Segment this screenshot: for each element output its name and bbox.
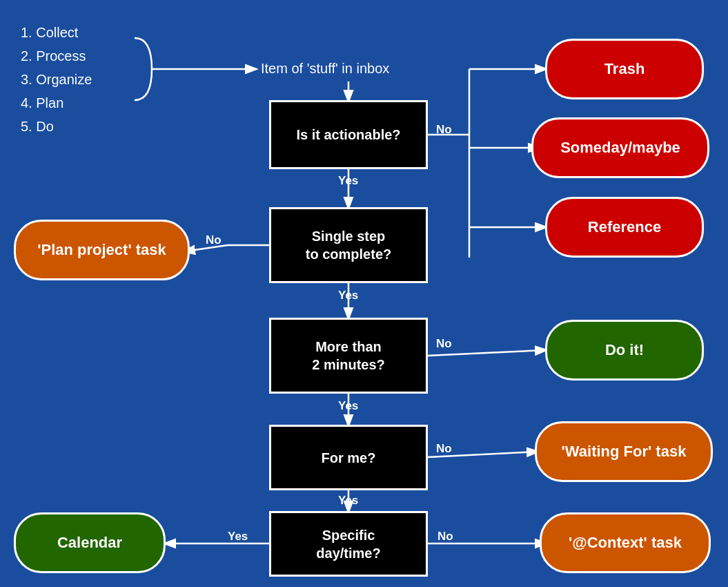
step-list: 1. Collect 2. Process 3. Organize 4. Pla… — [21, 21, 92, 138]
label-no-actionable: No — [436, 123, 452, 137]
svg-line-12 — [428, 350, 545, 356]
label-yes-for-me: Yes — [338, 494, 358, 508]
box-single-step: Single stepto complete? — [269, 207, 428, 283]
label-no-two-min: No — [436, 337, 452, 351]
step-1: 1. Collect — [21, 21, 92, 44]
label-no-specific: No — [437, 530, 453, 543]
pill-plan-project: 'Plan project' task — [14, 220, 190, 280]
step-5: 5. Do — [21, 115, 92, 138]
pill-waiting-for: 'Waiting For' task — [535, 421, 713, 482]
label-yes-actionable: Yes — [338, 174, 358, 188]
label-no-for-me: No — [436, 442, 452, 456]
step-4: 4. Plan — [21, 91, 92, 115]
box-actionable: Is it actionable? — [269, 100, 428, 169]
pill-reference: Reference — [545, 197, 704, 258]
pill-calendar: Calendar — [14, 512, 166, 573]
label-yes-single: Yes — [338, 289, 358, 302]
label-yes-two-min: Yes — [338, 399, 358, 413]
pill-do-it: Do it! — [545, 320, 704, 381]
flowchart-diagram: 1. Collect 2. Process 3. Organize 4. Pla… — [0, 0, 728, 587]
box-two-minutes: More than2 minutes? — [269, 318, 428, 394]
pill-trash: Trash — [545, 39, 704, 99]
box-specific-day: Specificday/time? — [269, 511, 428, 577]
inbox-label: Item of 'stuff' in inbox — [261, 61, 389, 77]
label-yes-specific: Yes — [228, 530, 248, 543]
pill-context-task: '@Context' task — [540, 512, 711, 573]
step-3: 3. Organize — [21, 68, 92, 91]
box-for-me: For me? — [269, 425, 428, 490]
step-2: 2. Process — [21, 44, 92, 68]
pill-someday: Someday/maybe — [531, 117, 709, 178]
label-no-single: No — [206, 233, 222, 247]
